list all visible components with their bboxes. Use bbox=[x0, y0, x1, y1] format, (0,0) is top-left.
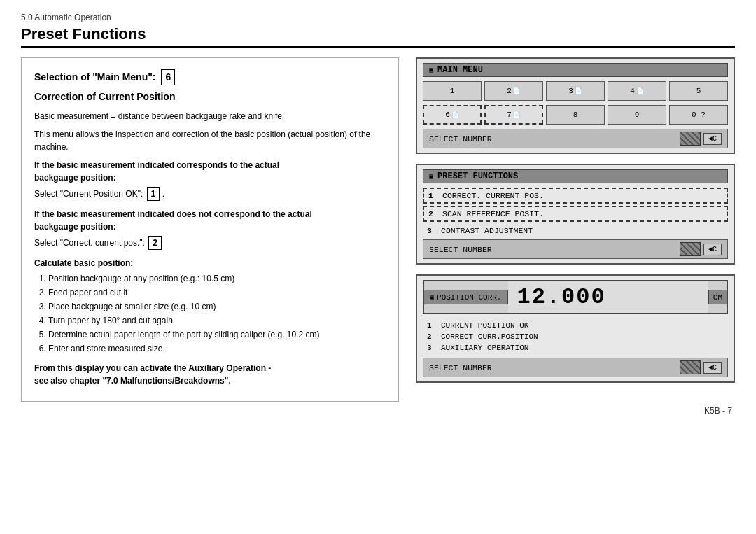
pos-option-3-label: AUXILIARY OPERATION bbox=[441, 344, 528, 352]
main-menu-select-right: ◄C bbox=[680, 132, 722, 146]
steps-list: Position backgauge at any position (e.g.… bbox=[48, 272, 386, 355]
breadcrumb: 5.0 Automatic Operation bbox=[21, 13, 735, 22]
select1-text: Select "Current Position OK": bbox=[34, 189, 143, 199]
preset-item-3-num: 3 bbox=[427, 226, 435, 235]
selection-label: Selection of "Main Menu": bbox=[34, 71, 156, 83]
select2-num: 2 bbox=[148, 236, 162, 250]
preset-item-3[interactable]: 3 CONTRAST ADJUSTMENT bbox=[423, 224, 728, 237]
pos-corr-clear-btn[interactable]: ◄C bbox=[704, 362, 722, 374]
pos-label: ▣ POSITION CORR. bbox=[424, 290, 508, 304]
pos-corr-select-label: SELECT NUMBER bbox=[429, 363, 492, 372]
preset-item-2-label: SCAN REFERENCE POSIT. bbox=[442, 209, 544, 218]
menu-btn-9[interactable]: 9 bbox=[608, 105, 666, 125]
main-menu-select-bar: SELECT NUMBER ◄C bbox=[423, 129, 728, 148]
pos-corr-select-bar: SELECT NUMBER ◄C bbox=[423, 358, 728, 377]
preset-select-bar: SELECT NUMBER ◄C bbox=[423, 239, 728, 259]
preset-title-bar: ▣ PRESET FUNCTIONS bbox=[423, 169, 728, 183]
select2-text: Select "Correct. current pos.": bbox=[34, 238, 145, 248]
select1-num: 1 bbox=[147, 187, 160, 201]
bold2-does-not: does not bbox=[176, 209, 211, 219]
pos-value: 12.000 bbox=[508, 281, 707, 313]
step-5: Determine actual paper length of the par… bbox=[48, 328, 386, 341]
menu-btn-0[interactable]: 0 ? bbox=[669, 105, 728, 125]
step-6: Enter and store measured size. bbox=[48, 342, 386, 355]
bold2: If the basic measurement indicated does … bbox=[34, 208, 386, 233]
step-4: Turn paper by 180° and cut again bbox=[48, 314, 386, 327]
main-menu-select-label: SELECT NUMBER bbox=[429, 134, 492, 143]
main-menu-row1: 1 2 📄 3 📄 4 📄 5 bbox=[423, 81, 728, 101]
main-menu-title-bar: ▣ MAIN MENU bbox=[423, 63, 728, 77]
pos-corr-select-right: ◄C bbox=[680, 360, 722, 374]
selection-heading: Selection of "Main Menu": 6 bbox=[34, 69, 386, 85]
menu-btn-4[interactable]: 4 📄 bbox=[608, 81, 666, 101]
pos-option-2-num: 2 bbox=[427, 332, 435, 341]
bold1: If the basic measurement indicated corre… bbox=[34, 159, 386, 184]
preset-item-1[interactable]: 1 CORRECT. CURRENT POS. bbox=[423, 188, 728, 204]
menu-btn-2[interactable]: 2 📄 bbox=[484, 81, 543, 101]
menu-btn-1[interactable]: 1 bbox=[423, 81, 482, 101]
pos-option-2-label: CORRECT CURR.POSITION bbox=[441, 332, 538, 341]
menu-btn-3[interactable]: 3 📄 bbox=[546, 81, 605, 101]
main-menu-row2: 6 📄 7 📄 8 9 0 ? bbox=[423, 105, 728, 125]
bold2-line1-end: correspond to the actual bbox=[214, 209, 312, 219]
menu-btn-8[interactable]: 8 bbox=[546, 105, 605, 125]
preset-options-list: 1 CORRECT. CURRENT POS. 2 SCAN REFERENCE… bbox=[423, 188, 728, 237]
para2: This menu allows the inspection and corr… bbox=[34, 128, 386, 153]
footer-ref: K5B - 7 bbox=[21, 406, 735, 416]
main-menu-icon: ▣ bbox=[429, 66, 433, 74]
hash-block-1 bbox=[680, 132, 701, 146]
pos-option-1[interactable]: 1 CURRENT POSITION OK bbox=[423, 320, 728, 331]
menu-btn-5[interactable]: 5 bbox=[669, 81, 728, 101]
preset-icon: ▣ bbox=[429, 172, 433, 181]
para1: Basic measurement = distance between bac… bbox=[34, 110, 386, 122]
bold2-line2: backgauge position: bbox=[34, 222, 116, 232]
preset-title: PRESET FUNCTIONS bbox=[438, 171, 518, 181]
main-menu-title: MAIN MENU bbox=[438, 65, 483, 75]
pos-corr-screen: ▣ POSITION CORR. 12.000 CM 1 CURRENT POS… bbox=[416, 274, 735, 383]
preset-functions-screen: ▣ PRESET FUNCTIONS 1 CORRECT. CURRENT PO… bbox=[416, 164, 735, 265]
from-display: From this display you can activate the A… bbox=[34, 362, 386, 387]
hash-block-3 bbox=[680, 360, 701, 374]
correction-heading: Correction of Current Position bbox=[34, 90, 386, 104]
pos-label-text: POSITION CORR. bbox=[437, 293, 501, 302]
select2-line: Select "Correct. current pos.": 2 bbox=[34, 236, 386, 250]
step-3: Place backgauge at smaller size (e.g. 10… bbox=[48, 300, 386, 313]
preset-clear-btn[interactable]: ◄C bbox=[704, 244, 722, 255]
preset-item-2[interactable]: 2 SCAN REFERENCE POSIT. bbox=[423, 206, 728, 222]
pos-option-3-num: 3 bbox=[427, 344, 435, 352]
pos-display: ▣ POSITION CORR. 12.000 CM bbox=[423, 280, 728, 314]
main-menu-clear-btn[interactable]: ◄C bbox=[704, 133, 722, 145]
pos-option-1-num: 1 bbox=[427, 321, 435, 330]
bold2-line1: If the basic measurement indicated bbox=[34, 209, 174, 219]
bold1-line1: If the basic measurement indicated corre… bbox=[34, 160, 279, 170]
preset-item-1-num: 1 bbox=[428, 191, 437, 200]
preset-select-right: ◄C bbox=[680, 242, 722, 256]
page-title: Preset Functions bbox=[21, 25, 735, 48]
pos-option-3[interactable]: 3 AUXILIARY OPERATION bbox=[423, 342, 728, 353]
pos-option-2[interactable]: 2 CORRECT CURR.POSITION bbox=[423, 331, 728, 342]
from-display-bold: From this display you can activate the A… bbox=[34, 363, 271, 373]
right-panel: ▣ MAIN MENU 1 2 📄 3 📄 4 📄 5 6 📄 7 📄 8 9 … bbox=[416, 57, 735, 402]
preset-select-label: SELECT NUMBER bbox=[429, 245, 492, 254]
step-2: Feed paper and cut it bbox=[48, 286, 386, 299]
bold1-line2: backgauge position: bbox=[34, 173, 116, 183]
pos-unit: CM bbox=[708, 290, 727, 304]
left-panel: Selection of "Main Menu": 6 Correction o… bbox=[21, 57, 399, 402]
step-1: Position backgauge at any position (e.g.… bbox=[48, 272, 386, 285]
main-menu-screen: ▣ MAIN MENU 1 2 📄 3 📄 4 📄 5 6 📄 7 📄 8 9 … bbox=[416, 57, 735, 154]
pos-option-1-label: CURRENT POSITION OK bbox=[441, 321, 528, 330]
select1-period: . bbox=[162, 189, 164, 199]
pos-label-icon: ▣ bbox=[430, 293, 434, 302]
preset-item-2-num: 2 bbox=[428, 209, 437, 218]
pos-options-list: 1 CURRENT POSITION OK 2 CORRECT CURR.POS… bbox=[423, 320, 728, 353]
page-wrapper: 5.0 Automatic Operation Preset Functions… bbox=[0, 0, 756, 423]
hash-block-2 bbox=[680, 242, 701, 256]
menu-btn-7[interactable]: 7 📄 bbox=[484, 105, 543, 125]
selection-number: 6 bbox=[161, 69, 175, 85]
select1-line: Select "Current Position OK": 1 . bbox=[34, 187, 386, 201]
main-content: Selection of "Main Menu": 6 Correction o… bbox=[21, 57, 735, 402]
calc-heading: Calculate basic position: bbox=[34, 257, 386, 269]
see-also: see also chapter "7.0 Malfunctions/Break… bbox=[34, 376, 231, 386]
menu-btn-6[interactable]: 6 📄 bbox=[423, 105, 482, 125]
preset-item-3-label: CONTRAST ADJUSTMENT bbox=[441, 226, 533, 235]
